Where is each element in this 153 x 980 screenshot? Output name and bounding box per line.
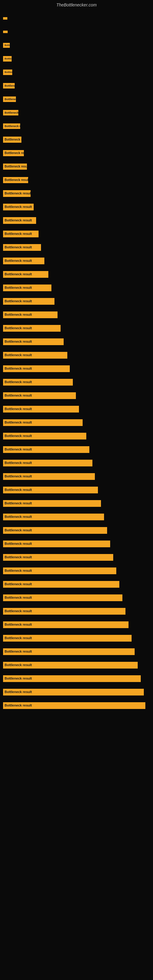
result-row: Bottleneck result xyxy=(0,52,153,65)
bottleneck-result-label[interactable]: Bottleneck result xyxy=(3,702,145,709)
bottleneck-result-label[interactable]: Bottleneck result xyxy=(3,500,101,506)
result-row: Bottleneck result xyxy=(0,632,153,645)
result-row: Bottleneck result xyxy=(0,497,153,510)
bottleneck-result-label[interactable]: Bottleneck result xyxy=(3,231,38,237)
result-row: Bottleneck result xyxy=(0,214,153,227)
result-row: Bottleneck result xyxy=(0,254,153,268)
result-row: Bottleneck result xyxy=(0,456,153,470)
result-row: Bottleneck result xyxy=(0,591,153,605)
result-row: Bottleneck result xyxy=(0,119,153,133)
bottleneck-result-label[interactable]: Bottleneck result xyxy=(3,123,20,129)
bottleneck-result-label[interactable]: Bottleneck result xyxy=(3,312,57,318)
result-row: Bottleneck result xyxy=(0,227,153,241)
bottleneck-result-label[interactable]: Bottleneck result xyxy=(3,689,144,695)
bottleneck-result-label[interactable]: Bottleneck result xyxy=(3,648,135,655)
result-row: Bottleneck result xyxy=(0,537,153,550)
result-row: Bottleneck result xyxy=(0,106,153,119)
result-row: Bottleneck result xyxy=(0,402,153,416)
result-row: Bottleneck result xyxy=(0,160,153,173)
bottleneck-result-label[interactable]: Bottleneck result xyxy=(3,352,67,358)
bottleneck-result-label[interactable]: Bottleneck result xyxy=(3,541,110,547)
result-row: Bottleneck result xyxy=(0,146,153,160)
result-row: Bottleneck result xyxy=(0,173,153,187)
rows-container: Bottleneck resultBottleneck resultBottle… xyxy=(0,9,153,715)
bottleneck-result-label[interactable]: Bottleneck result xyxy=(3,527,107,533)
result-row: Bottleneck result xyxy=(0,38,153,52)
bottleneck-result-label[interactable]: Bottleneck result xyxy=(3,164,27,170)
bottleneck-result-label[interactable]: Bottleneck result xyxy=(3,298,54,304)
result-row: Bottleneck result xyxy=(0,133,153,146)
bottleneck-result-label[interactable]: Bottleneck result xyxy=(3,30,8,33)
result-row: Bottleneck result xyxy=(0,618,153,632)
bottleneck-result-label[interactable]: Bottleneck result xyxy=(3,554,113,560)
result-row: Bottleneck result xyxy=(0,79,153,92)
result-row: Bottleneck result xyxy=(0,12,153,25)
bottleneck-result-label[interactable]: Bottleneck result xyxy=(3,433,86,439)
result-row: Bottleneck result xyxy=(0,362,153,375)
result-row: Bottleneck result xyxy=(0,65,153,79)
result-row: Bottleneck result xyxy=(0,578,153,591)
result-row: Bottleneck result xyxy=(0,348,153,362)
bottleneck-result-label[interactable]: Bottleneck result xyxy=(3,379,73,385)
result-row: Bottleneck result xyxy=(0,281,153,294)
result-row: Bottleneck result xyxy=(0,605,153,618)
bottleneck-result-label[interactable]: Bottleneck result xyxy=(3,339,64,345)
result-row: Bottleneck result xyxy=(0,187,153,200)
result-row: Bottleneck result xyxy=(0,564,153,578)
result-row: Bottleneck result xyxy=(0,389,153,402)
bottleneck-result-label[interactable]: Bottleneck result xyxy=(3,608,126,614)
bottleneck-result-label[interactable]: Bottleneck result xyxy=(3,56,12,62)
bottleneck-result-label[interactable]: Bottleneck result xyxy=(3,43,10,48)
result-row: Bottleneck result xyxy=(0,430,153,443)
bottleneck-result-label[interactable]: Bottleneck result xyxy=(3,621,129,628)
bottleneck-result-label[interactable]: Bottleneck result xyxy=(3,150,24,156)
bottleneck-result-label[interactable]: Bottleneck result xyxy=(3,271,48,277)
result-row: Bottleneck result xyxy=(0,470,153,483)
bottleneck-result-label[interactable]: Bottleneck result xyxy=(3,635,132,641)
result-row: Bottleneck result xyxy=(0,524,153,537)
bottleneck-result-label[interactable]: Bottleneck result xyxy=(3,258,45,264)
bottleneck-result-label[interactable]: Bottleneck result xyxy=(3,595,123,601)
bottleneck-result-label[interactable]: Bottleneck result xyxy=(3,487,98,493)
bottleneck-result-label[interactable]: Bottleneck result xyxy=(3,406,79,412)
bottleneck-result-label[interactable]: Bottleneck result xyxy=(3,473,95,480)
result-row: Bottleneck result xyxy=(0,308,153,321)
result-row: Bottleneck result xyxy=(0,294,153,308)
bottleneck-result-label[interactable]: Bottleneck result xyxy=(3,568,116,574)
result-row: Bottleneck result xyxy=(0,321,153,335)
bottleneck-result-label[interactable]: Bottleneck result xyxy=(3,419,83,426)
result-row: Bottleneck result xyxy=(0,483,153,497)
result-row: Bottleneck result xyxy=(0,686,153,699)
bottleneck-result-label[interactable]: Bottleneck result xyxy=(3,177,28,183)
bottleneck-result-label[interactable]: Bottleneck result xyxy=(3,662,138,668)
bottleneck-result-label[interactable]: Bottleneck result xyxy=(3,460,92,466)
bottleneck-result-label[interactable]: Bottleneck result xyxy=(3,83,15,89)
result-row: Bottleneck result xyxy=(0,92,153,106)
bottleneck-result-label[interactable]: Bottleneck result xyxy=(3,581,120,587)
bottleneck-result-label[interactable]: Bottleneck result xyxy=(3,392,76,399)
result-row: Bottleneck result xyxy=(0,268,153,281)
result-row: Bottleneck result xyxy=(0,335,153,348)
bottleneck-result-label[interactable]: Bottleneck result xyxy=(3,285,51,291)
bottleneck-result-label[interactable]: Bottleneck result xyxy=(3,204,33,210)
bottleneck-result-label[interactable]: Bottleneck result xyxy=(3,365,70,372)
result-row: Bottleneck result xyxy=(0,25,153,38)
bottleneck-result-label[interactable]: Bottleneck result xyxy=(3,17,7,20)
bottleneck-result-label[interactable]: Bottleneck result xyxy=(3,137,21,143)
bottleneck-result-label[interactable]: Bottleneck result xyxy=(3,244,41,250)
result-row: Bottleneck result xyxy=(0,443,153,456)
bottleneck-result-label[interactable]: Bottleneck result xyxy=(3,110,18,116)
bottleneck-result-label[interactable]: Bottleneck result xyxy=(3,97,16,102)
site-title: TheBottlenecker.com xyxy=(0,0,153,9)
result-row: Bottleneck result xyxy=(0,550,153,564)
bottleneck-result-label[interactable]: Bottleneck result xyxy=(3,325,61,331)
bottleneck-result-label[interactable]: Bottleneck result xyxy=(3,514,104,520)
bottleneck-result-label[interactable]: Bottleneck result xyxy=(3,70,12,75)
bottleneck-result-label[interactable]: Bottleneck result xyxy=(3,217,36,224)
bottleneck-result-label[interactable]: Bottleneck result xyxy=(3,675,141,682)
bottleneck-result-label[interactable]: Bottleneck result xyxy=(3,190,30,197)
result-row: Bottleneck result xyxy=(0,375,153,389)
bottleneck-result-label[interactable]: Bottleneck result xyxy=(3,446,89,453)
result-row: Bottleneck result xyxy=(0,645,153,659)
result-row: Bottleneck result xyxy=(0,200,153,214)
